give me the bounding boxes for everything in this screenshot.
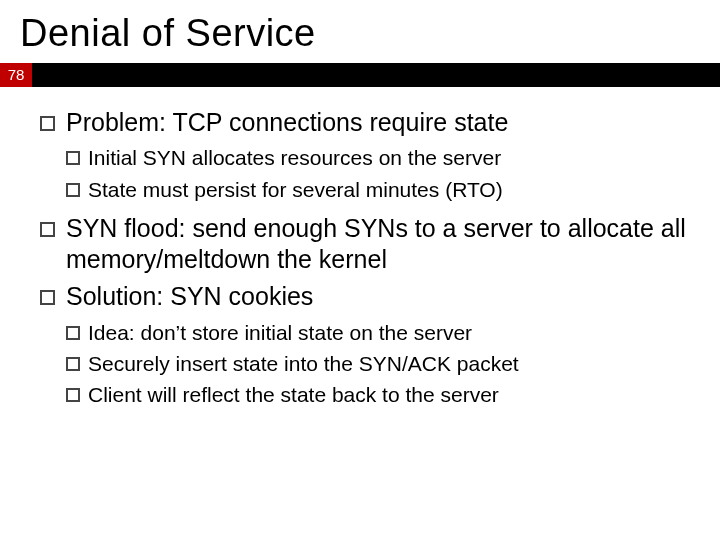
bullet-text: Problem: TCP connections require state [66, 108, 508, 136]
slide-title: Denial of Service [0, 0, 720, 63]
bullet-lvl2: Client will reflect the state back to th… [66, 381, 690, 408]
bullet-lvl2: Securely insert state into the SYN/ACK p… [66, 350, 690, 377]
title-bar: 78 [0, 63, 720, 87]
page-number: 78 [0, 63, 32, 87]
bullet-lvl1: Problem: TCP connections require state I… [40, 107, 690, 203]
bullet-text: Solution: SYN cookies [66, 282, 313, 310]
bullet-text: SYN flood: send enough SYNs to a server … [66, 214, 686, 273]
bullet-lvl2: Initial SYN allocates resources on the s… [66, 144, 690, 171]
bullet-lvl2: State must persist for several minutes (… [66, 176, 690, 203]
slide: Denial of Service 78 Problem: TCP connec… [0, 0, 720, 540]
bullet-lvl1: SYN flood: send enough SYNs to a server … [40, 213, 690, 276]
bullet-lvl1: Solution: SYN cookies Idea: don’t store … [40, 281, 690, 408]
bullet-lvl2: Idea: don’t store initial state on the s… [66, 319, 690, 346]
slide-body: Problem: TCP connections require state I… [0, 87, 720, 408]
